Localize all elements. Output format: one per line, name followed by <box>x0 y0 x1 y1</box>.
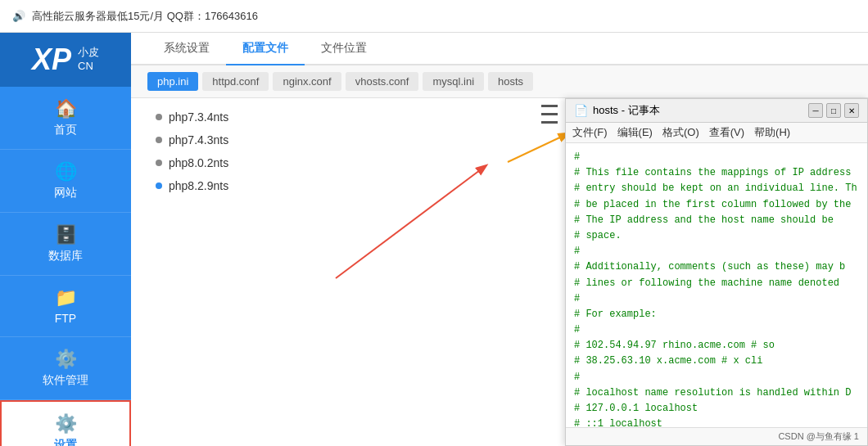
notepad-line: # ::1 localhost <box>574 417 859 427</box>
hamburger-line1 <box>541 105 558 107</box>
notepad-line: # The IP address and the host name shoul… <box>574 213 859 228</box>
config-tab-nginx[interactable]: nginx.conf <box>273 72 341 91</box>
sidebar: XP 小皮 CN 🏠 首页 🌐 网站 🗄️ 数据库 📁 FTP ⚙️ 软件管理 <box>0 33 131 446</box>
php-label-734: php7.3.4nts <box>169 110 228 124</box>
menu-view[interactable]: 查看(V) <box>709 125 744 140</box>
notepad-line: # be placed in the first column followed… <box>574 197 859 213</box>
menu-edit[interactable]: 编辑(E) <box>617 125 653 140</box>
logo-area: XP 小皮 CN <box>0 33 131 87</box>
notepad-controls: ─ □ ✕ <box>808 103 859 118</box>
main-tabs-row: 系统设置 配置文件 文件位置 <box>131 33 868 65</box>
close-button[interactable]: ✕ <box>844 103 859 118</box>
notepad-content: ## This file contains the mappings of IP… <box>566 143 867 427</box>
top-bar: 🔊 高性能云服务器最低15元/月 QQ群：176643616 <box>0 0 868 33</box>
maximize-button[interactable]: □ <box>826 103 841 118</box>
dot-743 <box>156 137 162 143</box>
sidebar-item-home[interactable]: 🏠 首页 <box>0 87 131 150</box>
database-icon: 🗄️ <box>55 224 77 246</box>
sidebar-label-software: 软件管理 <box>43 373 88 388</box>
settings-icon: ⚙️ <box>55 413 77 435</box>
notepad-line: # space. <box>574 228 859 244</box>
php-label-802: php8.0.2nts <box>169 156 228 169</box>
config-tab-mysql[interactable]: mysql.ini <box>423 72 484 91</box>
notepad-menubar: 文件(F) 编辑(E) 格式(O) 查看(V) 帮助(H) <box>566 123 867 143</box>
notepad-titlebar: 📄 hosts - 记事本 ─ □ ✕ <box>566 99 867 123</box>
notepad-window: 📄 hosts - 记事本 ─ □ ✕ 文件(F) 编辑(E) 格式(O) 查看… <box>565 98 868 446</box>
notepad-title-text: hosts - 记事本 <box>593 103 803 118</box>
main-layout: XP 小皮 CN 🏠 首页 🌐 网站 🗄️ 数据库 📁 FTP ⚙️ 软件管理 <box>0 33 868 446</box>
sidebar-label-website: 网站 <box>54 186 77 200</box>
logo-text: 小皮 CN <box>78 46 99 74</box>
sidebar-label-database: 数据库 <box>48 249 83 264</box>
logo-line2: CN <box>78 60 99 74</box>
config-tab-httpd[interactable]: httpd.conf <box>202 72 269 91</box>
content-wrapper: php7.3.4nts php7.4.3nts php8.0.2nts php8… <box>131 98 868 446</box>
config-tab-phpini[interactable]: php.ini <box>147 72 198 91</box>
notepad-line: # <box>574 370 859 385</box>
sidebar-item-website[interactable]: 🌐 网站 <box>0 150 131 213</box>
sidebar-item-ftp[interactable]: 📁 FTP <box>0 276 131 337</box>
php-label-743: php7.4.3nts <box>169 133 228 146</box>
speaker-icon: 🔊 <box>12 10 25 22</box>
top-bar-text: 高性能云服务器最低15元/月 QQ群：176643616 <box>32 9 258 24</box>
config-tab-vhosts[interactable]: vhosts.conf <box>346 72 419 91</box>
notepad-title-icon: 📄 <box>574 104 588 117</box>
logo-xp: XP <box>32 45 71 74</box>
menu-file[interactable]: 文件(F) <box>572 125 608 140</box>
notepad-line: # <box>574 244 859 259</box>
ftp-icon: 📁 <box>55 287 77 309</box>
tab-system[interactable]: 系统设置 <box>147 33 226 65</box>
notepad-line: # entry should be kept on an individual … <box>574 181 859 196</box>
dot-829 <box>156 182 162 189</box>
notepad-statusbar: CSDN @与鱼有缘 1 <box>566 427 867 445</box>
notepad-line: # <box>574 322 859 338</box>
software-icon: ⚙️ <box>55 349 77 370</box>
hamburger-line2 <box>541 113 558 115</box>
sidebar-label-ftp: FTP <box>55 312 76 325</box>
sidebar-item-software[interactable]: ⚙️ 软件管理 <box>0 337 131 400</box>
config-tab-hosts[interactable]: hosts <box>488 72 533 91</box>
sidebar-item-database[interactable]: 🗄️ 数据库 <box>0 213 131 276</box>
sidebar-item-settings[interactable]: ⚙️ 设置 <box>0 400 131 446</box>
content-area: 系统设置 配置文件 文件位置 php.ini httpd.conf nginx.… <box>131 33 868 446</box>
sidebar-label-settings: 设置 <box>54 438 77 446</box>
logo-line1: 小皮 <box>78 46 99 60</box>
menu-format[interactable]: 格式(O) <box>662 125 699 140</box>
config-tabs-row: php.ini httpd.conf nginx.conf vhosts.con… <box>131 65 868 98</box>
php-label-829: php8.2.9nts <box>169 179 228 192</box>
website-icon: 🌐 <box>55 161 77 182</box>
notepad-side-controls <box>537 99 562 129</box>
notepad-line: # Additionally, comments (such as these)… <box>574 259 859 275</box>
notepad-line: # localhost name resolution is handled w… <box>574 385 859 401</box>
dot-802 <box>156 160 162 166</box>
notepad-line: # This file contains the mappings of IP … <box>574 165 859 181</box>
notepad-line: # 38.25.63.10 x.acme.com # x cli <box>574 354 859 369</box>
tab-location[interactable]: 文件位置 <box>305 33 383 65</box>
menu-help[interactable]: 帮助(H) <box>754 125 790 140</box>
minimize-button[interactable]: ─ <box>808 103 823 118</box>
notepad-line: # lines or following the machine name de… <box>574 276 859 291</box>
notepad-line: # 127.0.0.1 localhost <box>574 401 859 417</box>
sidebar-label-home: 首页 <box>54 123 77 137</box>
hamburger-line3 <box>541 121 558 124</box>
dot-734 <box>156 114 162 120</box>
notepad-line: # For example: <box>574 307 859 322</box>
home-icon: 🏠 <box>55 98 77 119</box>
notepad-line: # 102.54.94.97 rhino.acme.com # so <box>574 338 859 354</box>
notepad-line: # <box>574 291 859 307</box>
notepad-line: # <box>574 150 859 165</box>
tab-config[interactable]: 配置文件 <box>226 33 305 65</box>
